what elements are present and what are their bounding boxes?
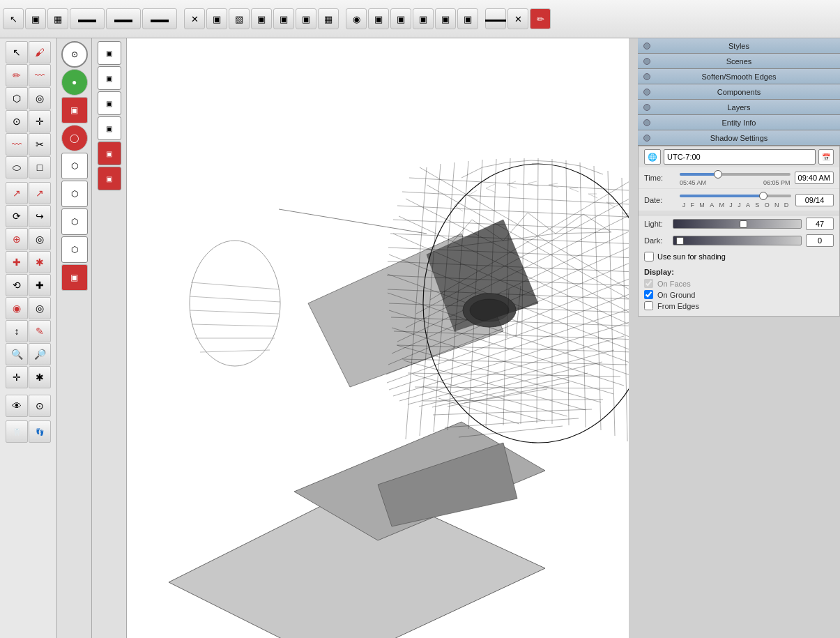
sec-tool-6[interactable]: ⬡ — [61, 208, 88, 235]
paint-btn[interactable]: 🖌 — [29, 41, 51, 63]
dark-slider-thumb[interactable] — [676, 237, 684, 245]
rotate-btn[interactable]: ↗ — [6, 182, 28, 204]
circle-btn[interactable]: ◎ — [29, 87, 51, 109]
tool-icon-10[interactable]: ▣ — [273, 8, 294, 29]
rotate2-btn[interactable]: ⟳ — [6, 205, 28, 227]
small-tool-5[interactable]: ▣ — [98, 167, 121, 190]
dark-label: Dark: — [644, 236, 669, 245]
small-tool-1[interactable]: ▣ — [98, 66, 121, 90]
tool-icon-14[interactable]: ▣ — [368, 8, 389, 29]
scenes-panel-section[interactable]: Scenes — [638, 54, 840, 69]
light-value[interactable]: 47 — [806, 218, 834, 230]
on-faces-checkbox[interactable] — [644, 279, 653, 288]
move-btn[interactable]: ✛ — [29, 110, 51, 132]
date-slider-thumb[interactable] — [759, 192, 768, 200]
tool-icon-5[interactable]: ▬▬ — [142, 8, 177, 29]
tool-icon-19[interactable]: ▬▬▬ — [485, 8, 506, 29]
tool-icon-4[interactable]: ▬▬ — [106, 8, 141, 29]
dim-btn[interactable]: ✚ — [6, 251, 28, 273]
small-tool-3[interactable]: ▣ — [98, 116, 121, 140]
orbit-btn[interactable]: ⬭ — [6, 156, 28, 179]
time-slider-thumb[interactable] — [714, 170, 722, 179]
tool-icon-9[interactable]: ▣ — [251, 8, 272, 29]
tape-btn[interactable]: 〰 — [6, 133, 28, 155]
entity-panel-section[interactable]: Entity Info — [638, 115, 840, 130]
select-tool-icon[interactable]: ↖ — [3, 8, 24, 29]
nav2-btn[interactable]: ✱ — [29, 366, 51, 388]
tool-icon-1[interactable]: ▣ — [25, 8, 46, 29]
tool-icon-8[interactable]: ▧ — [229, 8, 250, 29]
components-panel-section[interactable]: Components — [638, 84, 840, 100]
comp2-btn[interactable]: ◎ — [29, 297, 51, 319]
rect-btn[interactable]: ⬡ — [6, 87, 28, 109]
flip-btn[interactable]: ↪ — [29, 205, 51, 227]
nav1-btn[interactable]: ✛ — [6, 366, 28, 388]
on-faces-row: On Faces — [644, 279, 834, 288]
light-slider-track[interactable] — [673, 219, 802, 229]
on-ground-label: On Ground — [657, 291, 695, 299]
sec-tool-0[interactable]: ⊙ — [61, 41, 88, 68]
small-tool-0[interactable]: ▣ — [98, 41, 121, 65]
redo-btn[interactable]: ✚ — [29, 274, 51, 296]
tool-icon-17[interactable]: ▣ — [435, 8, 456, 29]
select-btn[interactable]: ↖ — [6, 41, 28, 63]
tool-icon-15[interactable]: ▣ — [390, 8, 411, 29]
push-btn[interactable]: ⊙ — [6, 110, 28, 132]
tool-icon-21[interactable]: ✏ — [530, 8, 551, 29]
eye-btn[interactable]: 👁 — [6, 395, 28, 417]
tool-icon-6[interactable]: ✕ — [184, 8, 205, 29]
tool-icon-20[interactable]: ✕ — [507, 8, 528, 29]
cut-btn[interactable]: ✂ — [29, 133, 51, 155]
layers-panel-section[interactable]: Layers — [638, 100, 840, 115]
sec-tool-5[interactable]: ⬡ — [61, 181, 88, 207]
on-ground-checkbox[interactable] — [644, 290, 653, 299]
model-viewport — [127, 38, 629, 638]
styles-panel-section[interactable]: Styles — [638, 38, 840, 54]
time-start-label: 05:45 AM — [680, 179, 706, 186]
light-slider-thumb[interactable] — [740, 220, 747, 228]
pencil-btn[interactable]: ✏ — [6, 64, 28, 86]
from-edges-checkbox[interactable] — [644, 301, 653, 310]
tool-icon-16[interactable]: ▣ — [413, 8, 434, 29]
view1-btn[interactable]: ↕ — [6, 320, 28, 342]
dark-value[interactable]: 0 — [806, 234, 834, 247]
pan-btn[interactable]: □ — [29, 156, 51, 179]
arc-btn[interactable]: 〰 — [29, 64, 51, 86]
calendar-btn[interactable]: 📅 — [818, 149, 834, 165]
intersect-btn[interactable]: ◎ — [29, 228, 51, 250]
small-tool-2[interactable]: ▣ — [98, 91, 121, 115]
shadow-panel-section[interactable]: Shadow Settings — [638, 130, 840, 146]
follow-btn[interactable]: ⊕ — [6, 228, 28, 250]
sec-tool-2[interactable]: ▣ — [61, 97, 88, 123]
search-btn[interactable]: 🔍 — [6, 343, 28, 365]
sec-tool-3[interactable]: ◯ — [61, 125, 88, 151]
sec-tool-1[interactable]: ● — [61, 69, 88, 96]
sun-shading-checkbox[interactable] — [644, 252, 654, 261]
zoom-btn[interactable]: 🔎 — [29, 343, 51, 365]
tool-icon-18[interactable]: ▣ — [457, 8, 478, 29]
secondary-toolbar: ⊙ ● ▣ ◯ ⬡ ⬡ ⬡ ⬡ ▣ — [57, 38, 92, 638]
text-btn[interactable]: ✱ — [29, 251, 51, 273]
dark-slider-track[interactable] — [673, 236, 802, 245]
time-value[interactable]: 09:40 AM — [795, 172, 834, 184]
view2-btn[interactable]: ✎ — [29, 320, 51, 342]
scale-btn[interactable]: ↗ — [29, 182, 51, 204]
tool-icon-12[interactable]: ▦ — [318, 8, 339, 29]
tool-icon-7[interactable]: ▣ — [206, 8, 227, 29]
tool-icon-3[interactable]: ▬▬ — [70, 8, 105, 29]
undo-btn[interactable]: ⟲ — [6, 274, 28, 296]
eye2-btn[interactable]: ⊙ — [29, 395, 51, 417]
sec-tool-4[interactable]: ⬡ — [61, 153, 88, 179]
tool-icon-2[interactable]: ▦ — [47, 8, 68, 29]
utc-dropdown[interactable]: UTC-7:00 — [664, 149, 816, 165]
walk-btn[interactable]: 👣 — [29, 420, 51, 443]
date-value[interactable]: 09/14 — [795, 194, 834, 206]
sec-tool-8[interactable]: ▣ — [61, 264, 88, 291]
tool-icon-11[interactable]: ▣ — [296, 8, 316, 29]
comp1-btn[interactable]: ◉ — [6, 297, 28, 319]
tool-icon-13[interactable]: ◉ — [346, 8, 367, 29]
small-tool-4[interactable]: ▣ — [98, 142, 121, 165]
foot-btn[interactable]: 🦷 — [6, 420, 28, 443]
soften-panel-section[interactable]: Soften/Smooth Edges — [638, 69, 840, 84]
sec-tool-7[interactable]: ⬡ — [61, 236, 88, 263]
